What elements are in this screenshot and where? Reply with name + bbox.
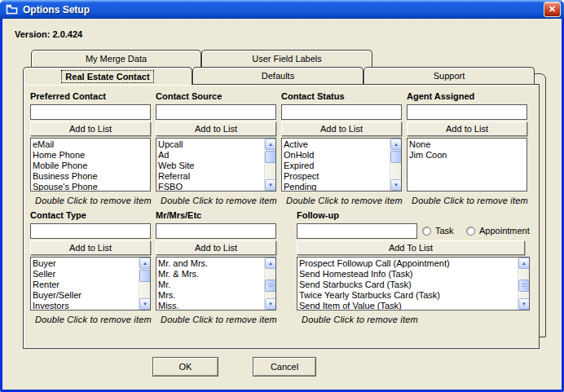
list-item[interactable]: Referral [158, 171, 275, 182]
list-item[interactable]: Active [284, 139, 401, 150]
tab-my-merge-data[interactable]: My Merge Data [31, 50, 201, 67]
scrollbar-thumb[interactable] [265, 280, 276, 292]
scroll-down-icon[interactable]: ▼ [390, 179, 402, 191]
add-to-list-button[interactable]: Add to List [407, 121, 527, 136]
list-item[interactable]: Mr. and Mrs. [158, 258, 275, 269]
list-item[interactable]: Buyer/Seller [33, 290, 150, 301]
radio-task[interactable]: Task [422, 226, 454, 236]
tab-real-estate-contact[interactable]: Real Estate Contact [23, 67, 192, 85]
contact-source-list[interactable]: Upcall Ad Web Site Referral FSBO ▲ ▼ [156, 138, 276, 192]
scrollbar[interactable]: ▲ ▼ [264, 139, 275, 191]
list-item[interactable]: Twice Yearly Starbucks Card (Task) [299, 290, 529, 301]
list-item[interactable]: Ad [158, 150, 275, 161]
add-to-list-button[interactable]: Add to List [30, 240, 151, 255]
radio-circle-icon[interactable] [422, 227, 431, 236]
scroll-down-icon[interactable]: ▼ [265, 298, 276, 310]
mr-mrs-etc-input[interactable] [156, 223, 276, 239]
list-item[interactable]: eMail [33, 139, 150, 150]
list-item[interactable]: Send Starbucks Card (Task) [299, 280, 529, 290]
remove-hint: Double Click to remove item [302, 315, 418, 324]
section-title: Contact Type [30, 210, 86, 220]
radio-appointment[interactable]: Appointment [466, 226, 530, 236]
contact-type-list[interactable]: Buyer Seller Renter Buyer/Seller Investo… [30, 257, 151, 311]
scroll-up-icon[interactable]: ▲ [390, 139, 402, 150]
list-item[interactable]: Investors [33, 301, 150, 311]
scrollbar[interactable]: ▲ ▼ [518, 258, 529, 310]
list-item[interactable]: Prospect [284, 171, 401, 182]
list-item[interactable]: Seller [33, 269, 150, 280]
add-to-list-button[interactable]: Add to List [156, 240, 276, 255]
list-item[interactable]: Mr. & Mrs. [158, 269, 275, 280]
options-setup-window: Options Setup ✕ Version: 2.0.424 My Merg… [0, 0, 564, 392]
scroll-down-icon[interactable]: ▼ [139, 298, 151, 310]
list-item[interactable]: Business Phone [33, 171, 150, 182]
scroll-up-icon[interactable]: ▲ [265, 139, 276, 150]
remove-hint: Double Click to remove item [35, 196, 152, 205]
scrollbar-thumb[interactable] [518, 280, 530, 292]
list-item[interactable]: Buyer [33, 258, 150, 269]
list-item[interactable]: FSBO [158, 182, 275, 192]
list-item[interactable]: Renter [33, 280, 150, 290]
close-button[interactable]: ✕ [544, 2, 561, 17]
tab-defaults[interactable]: Defaults [192, 67, 364, 84]
contact-status-list[interactable]: Active OnHold Expired Prospect Pending ▲… [281, 138, 402, 192]
title-bar: Options Setup ✕ [0, 0, 564, 19]
scroll-down-icon[interactable]: ▼ [518, 298, 530, 310]
list-item[interactable]: Mobile Phone [33, 161, 150, 171]
preferred-contact-input[interactable] [30, 104, 151, 120]
list-item[interactable]: Expired [284, 161, 401, 171]
section-title: Contact Status [281, 91, 345, 101]
list-item[interactable]: Send Homestead Info (Task) [299, 269, 529, 280]
agent-assigned-list[interactable]: None Jim Coon [407, 138, 527, 192]
tab-label: My Merge Data [86, 54, 147, 64]
scrollbar[interactable]: ▲ ▼ [139, 258, 150, 310]
contact-type-input[interactable] [30, 223, 151, 239]
scrollbar-thumb[interactable] [139, 270, 151, 282]
list-item[interactable]: Jim Coon [409, 150, 527, 161]
list-item[interactable]: Pending [284, 182, 401, 192]
list-item[interactable]: Send Item of Value (Task) [299, 301, 529, 311]
scroll-up-icon[interactable]: ▲ [518, 258, 530, 269]
scrollbar-thumb[interactable] [390, 151, 402, 163]
scrollbar-thumb[interactable] [265, 151, 276, 163]
tab-support[interactable]: Support [364, 67, 535, 84]
window-form-icon [6, 4, 19, 15]
list-item[interactable]: Web Site [158, 161, 275, 171]
remove-hint: Double Click to remove item [161, 315, 277, 324]
version-label: Version: 2.0.424 [15, 29, 82, 39]
list-item[interactable]: Miss. [158, 301, 275, 311]
radio-circle-icon[interactable] [466, 227, 475, 236]
scrollbar[interactable]: ▲ ▼ [264, 258, 275, 310]
list-item[interactable]: Spouse's Phone [33, 182, 150, 192]
list-item[interactable]: Home Phone [33, 150, 150, 161]
scrollbar[interactable]: ▲ ▼ [390, 139, 401, 191]
add-to-list-button[interactable]: Add to List [156, 121, 276, 136]
list-item[interactable]: Mr. [158, 280, 275, 290]
follow-up-list[interactable]: Prospect Followup Call (Appointment) Sen… [297, 257, 530, 311]
contact-source-input[interactable] [156, 104, 276, 120]
add-to-list-button[interactable]: Add to List [30, 121, 151, 136]
real-estate-contact-page: Preferred Contact Add to List eMail Home… [23, 84, 540, 349]
cancel-button[interactable]: Cancel [253, 357, 316, 377]
tab-user-field-labels[interactable]: User Field Labels [201, 50, 372, 67]
contact-status-input[interactable] [281, 104, 402, 120]
scroll-up-icon[interactable]: ▲ [265, 258, 276, 269]
list-item[interactable]: OnHold [284, 150, 401, 161]
follow-up-input[interactable] [297, 223, 417, 239]
list-item[interactable]: Upcall [158, 139, 275, 150]
agent-assigned-input[interactable] [407, 104, 527, 120]
ok-button[interactable]: OK [152, 357, 218, 377]
list-item[interactable]: None [409, 139, 527, 150]
add-to-list-button[interactable]: Add To List [297, 240, 525, 255]
list-item[interactable]: Prospect Followup Call (Appointment) [299, 258, 529, 269]
scroll-up-icon[interactable]: ▲ [139, 258, 151, 269]
mr-mrs-etc-list[interactable]: Mr. and Mrs. Mr. & Mrs. Mr. Mrs. Miss. ▲… [156, 257, 276, 311]
list-item[interactable]: Mrs. [158, 290, 275, 301]
radio-label: Appointment [479, 226, 530, 236]
add-to-list-button[interactable]: Add to List [281, 121, 402, 136]
section-title: Preferred Contact [30, 91, 106, 101]
preferred-contact-list[interactable]: eMail Home Phone Mobile Phone Business P… [30, 138, 151, 192]
remove-hint: Double Click to remove item [161, 196, 277, 205]
scroll-down-icon[interactable]: ▼ [265, 179, 276, 191]
remove-hint: Double Click to remove item [286, 196, 403, 205]
